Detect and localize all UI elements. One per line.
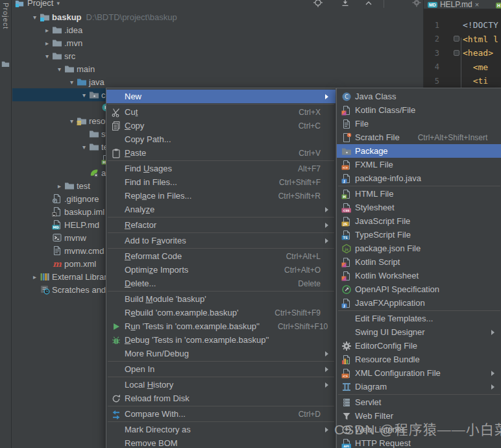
menu-item-compare-with[interactable]: Compare With...Ctrl+D xyxy=(106,407,336,421)
scratches-icon xyxy=(40,284,50,295)
menu-item-paste[interactable]: PasteCtrl+V xyxy=(106,146,336,160)
tree-item-idea[interactable]: ▸.idea xyxy=(12,23,423,36)
menu-item-openapi-specification[interactable]: OpenAPI Specification xyxy=(337,282,501,296)
menu-item-new[interactable]: New xyxy=(106,90,336,103)
menu-item-label: Java Class xyxy=(355,92,397,101)
menu-item-diagram[interactable]: Diagram xyxy=(337,380,501,393)
reload-icon xyxy=(111,393,122,404)
tree-item-mvn[interactable]: ▸.mvn xyxy=(12,36,423,49)
menu-item-edit-file-templates[interactable]: Edit File Templates... xyxy=(337,312,501,325)
chevron-right-icon[interactable]: ▸ xyxy=(42,27,52,34)
code-text: <me xyxy=(463,62,488,72)
chevron-down-icon[interactable]: ▾ xyxy=(79,143,89,151)
menu-item-xml-configuration-file[interactable]: <>XML Configuration File xyxy=(337,366,501,380)
menu-item-servlet[interactable]: Servlet xyxy=(337,395,501,409)
menu-item-add-to-favorites[interactable]: Add to Favorites xyxy=(106,234,336,247)
menu-item-kotlin-class-file[interactable]: Kotlin Class/File xyxy=(337,103,501,117)
menu-item-typescript-file[interactable]: TSTypeScript File xyxy=(337,228,501,242)
menu-item-web-filter[interactable]: Web Filter xyxy=(337,409,501,423)
menu-item-find-in-files[interactable]: Find in Files...Ctrl+Shift+F xyxy=(106,175,336,189)
menu-item-kotlin-worksheet[interactable]: Kotlin Worksheet xyxy=(337,269,501,282)
menu-item-rebuild-com-example-baskup[interactable]: Rebuild 'com.example.baskup'Ctrl+Shift+F… xyxy=(106,306,336,319)
menu-item-run-tests-in-com-example-baskup[interactable]: Run 'Tests in 'com.example.baskup''Ctrl+… xyxy=(106,319,336,333)
menu-item-build-module-baskup[interactable]: Build Module 'baskup' xyxy=(106,292,336,306)
tab-label: HELP.md xyxy=(440,0,472,9)
menu-item-open-in[interactable]: Open In xyxy=(106,362,336,376)
editor-tab-help-md[interactable]: MDHELP.md× xyxy=(428,0,479,9)
icon-spacer xyxy=(111,349,122,359)
stripe-project-label: Project xyxy=(2,3,10,29)
menu-item-html-file[interactable]: HHTML File xyxy=(337,187,501,201)
j-file-icon: J xyxy=(341,173,352,184)
chevron-down-icon[interactable]: ▾ xyxy=(67,79,77,86)
chevron-right-icon[interactable]: ▸ xyxy=(30,273,40,280)
svg-text:m: m xyxy=(53,259,62,269)
menu-item-kotlin-script[interactable]: Kotlin Script xyxy=(337,255,501,269)
icon-spacer xyxy=(111,438,122,448)
fold-guide-line xyxy=(461,38,461,92)
menu-item-analyze[interactable]: Analyze xyxy=(106,203,336,216)
menu-item-javafxapplication[interactable]: JJavaFXApplication xyxy=(337,296,501,310)
menu-item-file[interactable]: File xyxy=(337,117,501,131)
menu-item-java-class[interactable]: CJava Class xyxy=(337,90,501,103)
chevron-down-icon[interactable]: ▾ xyxy=(67,118,77,125)
tree-item-java[interactable]: ▾java xyxy=(12,75,423,88)
menu-item-swing-ui-designer[interactable]: Swing UI Designer xyxy=(337,325,501,339)
menu-item-replace-in-files[interactable]: Replace in Files...Ctrl+Shift+R xyxy=(106,189,336,203)
menu-item-package-json-file[interactable]: jspackage.json File xyxy=(337,242,501,255)
menu-item-resource-bundle[interactable]: Resource Bundle xyxy=(337,353,501,366)
chevron-down-icon[interactable]: ▾ xyxy=(56,0,60,6)
menu-item-local-history[interactable]: Local History xyxy=(106,378,336,392)
menu-item-label: Kotlin Script xyxy=(355,257,400,267)
menu-item-cut[interactable]: CutCtrl+X xyxy=(106,105,336,119)
close-icon[interactable]: × xyxy=(475,1,479,8)
menu-item-web-listener[interactable]: Web Listener xyxy=(337,423,501,436)
tree-item-baskup[interactable]: ▾baskupD:\BDTD\project\baskup xyxy=(12,10,423,23)
menu-item-package[interactable]: Package xyxy=(337,144,501,158)
menu-item-label: Delete... xyxy=(125,279,156,288)
menu-item-optimize-imports[interactable]: Optimize ImportsCtrl+Alt+O xyxy=(106,263,336,277)
java-class-icon: C xyxy=(341,92,352,102)
editor-tab-item[interactable]: H xyxy=(496,1,501,9)
menu-separator xyxy=(108,217,334,218)
menu-item-reload-from-disk[interactable]: Reload from Disk xyxy=(106,392,336,405)
line-number: 1 xyxy=(424,21,439,30)
menu-item-javascript-file[interactable]: JSJavaScript File xyxy=(337,214,501,228)
menu-item-label: XML Configuration File xyxy=(355,368,441,378)
shell-file-icon xyxy=(52,232,62,243)
menu-item-fxml-file[interactable]: <>FXML File xyxy=(337,158,501,171)
menu-item-remove-bom[interactable]: Remove BOM xyxy=(106,436,336,448)
menu-item-label: Servlet xyxy=(355,397,381,407)
menu-item-copy-path[interactable]: Copy Path... xyxy=(106,132,336,146)
chevron-right-icon[interactable]: ▸ xyxy=(42,40,52,47)
servlet-icon xyxy=(341,397,352,408)
collapse-all-icon[interactable] xyxy=(363,0,374,8)
menu-item-find-usages[interactable]: Find UsagesAlt+F7 xyxy=(106,162,336,175)
fold-marker-icon[interactable] xyxy=(454,36,459,42)
menu-item-more-run-debug[interactable]: More Run/Debug xyxy=(106,347,336,360)
menu-item-package-info-java[interactable]: Jpackage-info.java xyxy=(337,171,501,185)
locate-icon[interactable] xyxy=(313,0,323,8)
menu-item-debug-tests-in-com-example-baskup[interactable]: Debug 'Tests in 'com.example.baskup'' xyxy=(106,333,336,347)
chevron-down-icon[interactable]: ▾ xyxy=(30,14,40,21)
chevron-down-icon[interactable]: ▾ xyxy=(79,92,89,99)
menu-item-http-request[interactable]: APIHTTP Request xyxy=(337,436,501,448)
tree-item-src[interactable]: ▾src xyxy=(12,49,423,62)
menu-item-scratch-file[interactable]: Scratch FileCtrl+Alt+Shift+Insert xyxy=(337,131,501,144)
tree-item-main[interactable]: ▾main xyxy=(12,62,423,75)
menu-item-stylesheet[interactable]: CSSStylesheet xyxy=(337,201,501,214)
menu-item-refactor[interactable]: Refactor xyxy=(106,218,336,232)
project-stripe-button[interactable]: Project xyxy=(0,0,12,78)
menu-item-reformat-code[interactable]: Reformat CodeCtrl+Alt+L xyxy=(106,249,336,263)
menu-item-editorconfig-file[interactable]: EditorConfig File xyxy=(337,339,501,353)
menu-item-mark-directory-as[interactable]: Mark Directory as xyxy=(106,423,336,436)
chevron-down-icon[interactable]: ▾ xyxy=(55,66,64,73)
menu-item-delete[interactable]: Delete...Delete xyxy=(106,277,336,290)
settings-gear-icon[interactable] xyxy=(411,0,422,8)
svg-text:J: J xyxy=(343,179,345,184)
scroll-from-source-icon[interactable] xyxy=(340,0,350,8)
fold-marker-icon[interactable] xyxy=(454,50,459,56)
chevron-right-icon[interactable]: ▸ xyxy=(55,182,64,190)
chevron-down-icon[interactable]: ▾ xyxy=(42,53,52,60)
menu-item-copy[interactable]: CopyCtrl+C xyxy=(106,119,336,132)
